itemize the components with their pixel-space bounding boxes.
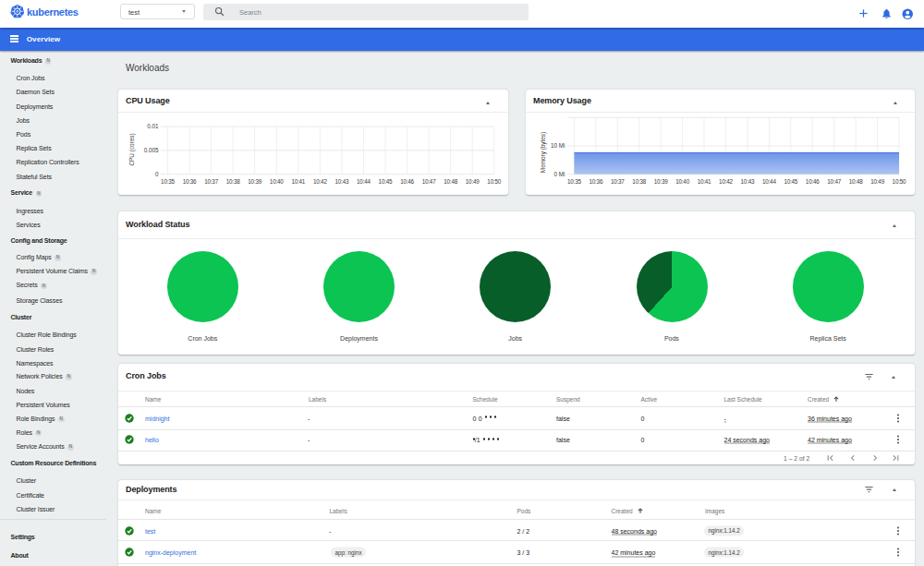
- svg-text:10:39: 10:39: [654, 178, 668, 185]
- svg-text:10:43: 10:43: [335, 178, 349, 185]
- svg-text:10:47: 10:47: [422, 178, 436, 185]
- svg-text:10:41: 10:41: [698, 178, 711, 185]
- svg-text:10:39: 10:39: [248, 178, 261, 185]
- svg-text:10:46: 10:46: [400, 178, 414, 185]
- svg-text:10:35: 10:35: [161, 178, 175, 185]
- svg-text:10:45: 10:45: [379, 178, 393, 185]
- svg-text:10:37: 10:37: [611, 178, 625, 185]
- svg-text:10:35: 10:35: [567, 178, 581, 185]
- svg-text:10:45: 10:45: [784, 178, 797, 185]
- svg-text:10:42: 10:42: [313, 178, 327, 185]
- svg-text:0.005: 0.005: [144, 147, 159, 153]
- svg-text:Memory (bytes): Memory (bytes): [540, 132, 547, 173]
- svg-text:10:38: 10:38: [226, 178, 240, 185]
- svg-text:0 Mi: 0 Mi: [554, 171, 565, 177]
- svg-text:10:50: 10:50: [893, 178, 906, 185]
- svg-text:10:43: 10:43: [741, 178, 755, 185]
- svg-text:10:46: 10:46: [806, 178, 820, 185]
- svg-text:10:48: 10:48: [849, 178, 863, 185]
- svg-text:0.01: 0.01: [147, 123, 159, 129]
- svg-text:10:42: 10:42: [719, 178, 733, 185]
- svg-text:10 Mi: 10 Mi: [551, 142, 565, 149]
- svg-text:10:36: 10:36: [183, 178, 197, 185]
- svg-text:CPU (cores): CPU (cores): [128, 133, 136, 165]
- svg-text:0: 0: [155, 171, 159, 177]
- svg-text:10:49: 10:49: [870, 178, 884, 185]
- svg-text:10:44: 10:44: [762, 178, 776, 185]
- svg-text:10:44: 10:44: [357, 178, 371, 185]
- svg-text:10:41: 10:41: [291, 178, 305, 185]
- svg-text:10:47: 10:47: [827, 178, 841, 185]
- svg-text:10:49: 10:49: [466, 178, 480, 185]
- svg-text:10:48: 10:48: [444, 178, 457, 185]
- svg-text:10:50: 10:50: [487, 178, 501, 185]
- svg-text:10:38: 10:38: [632, 178, 646, 185]
- svg-text:10:40: 10:40: [675, 178, 689, 185]
- svg-text:10:40: 10:40: [270, 178, 284, 185]
- svg-text:10:36: 10:36: [589, 178, 602, 185]
- svg-text:10:37: 10:37: [204, 178, 218, 185]
